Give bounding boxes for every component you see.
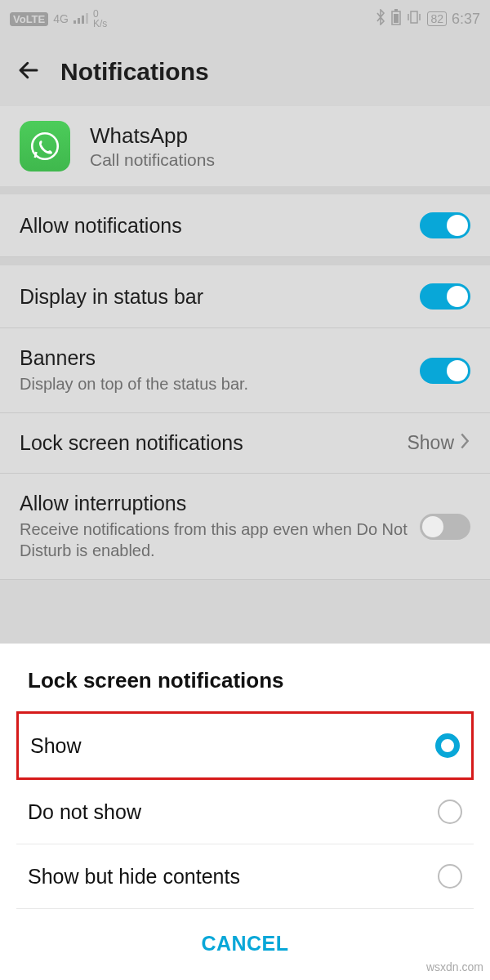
banners-row[interactable]: Banners Display on top of the status bar… <box>0 328 490 413</box>
display-status-bar-toggle[interactable] <box>420 283 470 310</box>
lock-screen-sheet: Lock screen notifications Show Do not sh… <box>0 644 490 980</box>
chevron-right-icon <box>459 432 470 455</box>
whatsapp-icon <box>20 121 70 172</box>
banners-sub: Display on top of the status bar. <box>20 373 408 394</box>
app-info-row: WhatsApp Call notifications <box>0 106 490 186</box>
svg-rect-5 <box>394 9 398 11</box>
sheet-title: Lock screen notifications <box>16 665 474 711</box>
option-show-label: Show <box>30 734 82 758</box>
banners-label: Banners <box>20 346 408 370</box>
option-show[interactable]: Show <box>16 711 474 780</box>
allow-interruptions-toggle[interactable] <box>420 514 470 540</box>
lock-screen-label: Lock screen notifications <box>20 431 394 455</box>
vibrate-icon <box>406 9 422 29</box>
allow-notifications-toggle[interactable] <box>420 212 470 238</box>
volte-badge: VoLTE <box>10 12 48 26</box>
svg-rect-0 <box>74 20 76 24</box>
network-speed: 0K/s <box>93 9 107 29</box>
svg-rect-1 <box>78 18 80 24</box>
battery-percent: 82 <box>427 11 447 26</box>
svg-rect-7 <box>411 11 417 23</box>
svg-rect-3 <box>86 13 88 24</box>
page-title: Notifications <box>60 58 209 86</box>
allow-notifications-label: Allow notifications <box>20 214 408 238</box>
signal-bars-icon <box>74 11 88 28</box>
svg-rect-2 <box>82 16 84 24</box>
back-arrow-icon[interactable] <box>16 58 41 86</box>
display-status-bar-label: Display in status bar <box>20 285 408 309</box>
header: Notifications <box>0 38 490 106</box>
app-name: WhatsApp <box>90 123 215 149</box>
svg-rect-6 <box>394 14 399 23</box>
clock: 6:37 <box>452 11 480 28</box>
option-show-hide-radio[interactable] <box>438 864 462 889</box>
allow-interruptions-label: Allow interruptions <box>20 492 408 515</box>
battery-small-icon <box>391 9 401 29</box>
app-subtitle: Call notifications <box>90 150 215 170</box>
option-do-not-show-label: Do not show <box>28 800 141 824</box>
option-show-radio[interactable] <box>435 733 460 758</box>
cancel-button[interactable]: CANCEL <box>16 909 474 980</box>
status-bar: VoLTE 4G 0K/s 82 6:37 <box>0 0 490 38</box>
allow-interruptions-sub: Receive notifications from this app even… <box>20 519 408 561</box>
option-do-not-show[interactable]: Do not show <box>16 780 474 844</box>
watermark: wsxdn.com <box>426 960 483 973</box>
bluetooth-icon <box>375 9 386 29</box>
option-do-not-show-radio[interactable] <box>438 800 462 824</box>
option-show-hide-contents[interactable]: Show but hide contents <box>16 844 474 909</box>
display-status-bar-row[interactable]: Display in status bar <box>0 265 490 328</box>
lock-screen-value: Show <box>407 432 454 454</box>
lock-screen-row[interactable]: Lock screen notifications Show <box>0 413 490 474</box>
signal-gen: 4G <box>53 12 69 25</box>
allow-interruptions-row[interactable]: Allow interruptions Receive notification… <box>0 474 490 580</box>
allow-notifications-row[interactable]: Allow notifications <box>0 194 490 257</box>
banners-toggle[interactable] <box>420 358 470 384</box>
option-show-hide-label: Show but hide contents <box>28 865 240 889</box>
